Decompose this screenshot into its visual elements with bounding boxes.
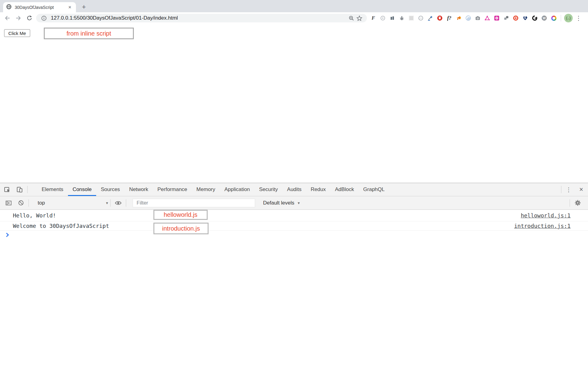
rainbow-ring-icon[interactable] [551,15,556,21]
levels-label: Default levels [263,200,294,206]
tab-close-icon[interactable]: × [67,4,73,10]
browser-tab-strip: 30DaysOfJavaScript × + [0,0,588,12]
devtools-panel: ElementsConsoleSourcesNetworkPerformance… [0,183,588,368]
url-omnibox[interactable]: 127.0.0.1:5500/30DaysOfJavaScript/01-Day… [36,14,367,22]
bug-icon[interactable] [399,15,405,21]
console-message-text: Hello, World! [13,212,56,219]
g-ring-icon[interactable] [532,15,537,21]
divider [570,199,570,207]
globe-favicon-icon [6,4,12,11]
forward-icon[interactable] [13,13,24,23]
console-message-row: Welcome to 30DaysOfJavaScriptintroductio… [0,221,588,231]
console-source-link[interactable]: helloworld.js:1 [521,212,571,219]
monocle-icon[interactable] [418,15,424,21]
extensions-row: Ff?W [371,15,556,21]
inline-script-annotation-box: from inline script [44,28,134,39]
tab-title: 30DaysOfJavaScript [15,5,67,10]
divider [110,199,111,207]
click-me-button[interactable]: Click Me [4,29,30,37]
devtools-tab-bar: ElementsConsoleSourcesNetworkPerformance… [0,183,588,196]
browser-menu-dots-icon[interactable]: ⋮ [574,14,583,22]
heart-search-icon[interactable] [522,15,528,21]
math-f-icon[interactable]: f? [447,15,452,21]
devtools-tab-security[interactable]: Security [254,183,282,196]
devtools-tab-audits[interactable]: Audits [282,183,306,196]
devtools-menu-dots-icon[interactable]: ⋮ [563,186,575,193]
chevron-down-icon: ▼ [297,201,300,205]
eyedropper-icon[interactable] [428,15,433,21]
devtools-tab-sources[interactable]: Sources [96,183,124,196]
divider [126,199,126,207]
log-levels-dropdown[interactable]: Default levels ▼ [263,200,300,206]
annotation-box: helloworld.js [153,210,208,220]
profile-avatar[interactable]: {..} [564,14,573,22]
devtools-tab-elements[interactable]: Elements [37,183,68,196]
devtools-tab-adblock[interactable]: AdBlock [330,183,359,196]
console-toolbar: top ▼ Default levels ▼ [0,196,588,210]
filter-input[interactable] [133,199,255,207]
swirl-icon[interactable] [466,15,471,21]
back-icon[interactable] [2,13,13,23]
settings-gear-icon[interactable] [571,196,584,209]
live-expression-eye-icon[interactable] [112,196,124,209]
divider [28,199,29,207]
reload-icon[interactable] [24,13,35,23]
context-value: top [38,200,105,206]
console-output: Hello, World!helloworld.js:1Welcome to 3… [0,210,588,368]
console-source-link[interactable]: introduction.js:1 [514,223,571,229]
devtools-tab-application[interactable]: Application [220,183,254,196]
tiles-icon[interactable] [503,15,509,21]
bookmark-star-icon[interactable] [355,15,363,21]
divider [561,15,561,21]
console-sidebar-icon[interactable] [2,196,15,209]
console-message-text: Welcome to 30DaysOfJavaScript [13,223,109,229]
stylish-f-icon[interactable]: F [371,15,376,21]
target-icon[interactable] [380,15,386,21]
svg-text:W: W [543,16,546,20]
devtools-tab-graphql[interactable]: GraphQL [359,183,389,196]
gear-box-icon[interactable] [494,15,499,21]
devtools-tab-redux[interactable]: Redux [306,183,330,196]
triangle-pink-icon[interactable] [484,15,490,21]
devtools-tab-performance[interactable]: Performance [153,183,192,196]
url-text[interactable]: 127.0.0.1:5500/30DaysOfJavaScript/01-Day… [51,15,347,21]
ring-red-icon[interactable] [513,15,518,21]
address-bar: 127.0.0.1:5500/30DaysOfJavaScript/01-Day… [0,12,588,24]
chevron-down-icon: ▼ [105,201,109,205]
devtools-close-icon[interactable]: × [575,186,588,194]
stop-hand-icon[interactable] [437,15,443,21]
w-circle-icon[interactable]: W [541,15,547,21]
divider [561,186,561,193]
clear-console-icon[interactable] [15,196,27,209]
context-selector[interactable]: top ▼ [38,200,109,206]
devtools-tab-network[interactable]: Network [125,183,153,196]
console-message-row: Hello, World!helloworld.js:1 [0,210,588,221]
info-icon[interactable] [40,16,48,21]
zoom-magnifier-icon[interactable] [347,15,355,21]
grid-icon[interactable] [409,15,414,21]
inspect-element-icon[interactable] [1,183,13,196]
devtools-tab-memory[interactable]: Memory [192,183,220,196]
new-tab-button[interactable]: + [79,2,89,12]
divider [27,186,28,193]
annotation-box: introduction.js [153,223,209,234]
device-toolbar-icon[interactable] [13,183,26,196]
console-prompt-chevron-icon [5,233,9,237]
page-content: Click Me from inline script [0,24,588,183]
console-prompt-row[interactable] [0,231,588,240]
columns-icon[interactable] [390,15,395,21]
browser-tab[interactable]: 30DaysOfJavaScript × [3,2,76,12]
devtools-tab-console[interactable]: Console [68,183,96,196]
camera-icon[interactable] [475,15,481,21]
devtools-tabs: ElementsConsoleSourcesNetworkPerformance… [37,183,389,196]
megaphone-icon[interactable] [456,15,462,21]
